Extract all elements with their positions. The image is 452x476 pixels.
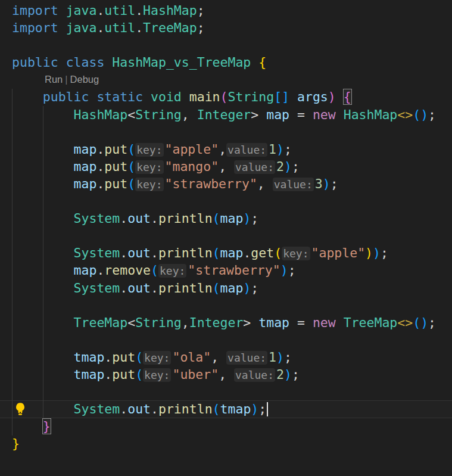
- code-line[interactable]: tmap.put(key:"uber", value:2);: [12, 366, 436, 383]
- code-line[interactable]: import java.util.TreeMap;: [12, 19, 436, 36]
- code-token: (: [135, 350, 143, 365]
- code-token: (: [127, 176, 135, 191]
- codelens-debug-link[interactable]: Debug: [70, 74, 99, 85]
- code-token: new: [313, 107, 336, 122]
- code-token: map: [220, 211, 244, 226]
- code-token: args: [297, 89, 328, 104]
- code-token: (: [127, 159, 135, 174]
- code-token: 1: [269, 350, 276, 365]
- code-token: [89, 89, 96, 104]
- code-token: map: [74, 263, 97, 278]
- code-token: out: [127, 281, 151, 295]
- code-token: System: [74, 211, 120, 226]
- code-token: ;: [288, 263, 296, 278]
- code-token: [251, 55, 258, 70]
- code-token: ;: [258, 402, 266, 416]
- code-token: .: [135, 20, 143, 35]
- code-line[interactable]: public static void main(String[] args) {: [12, 88, 436, 105]
- code-line[interactable]: import java.util.HashMap;: [12, 2, 436, 19]
- code-token: (: [213, 211, 220, 226]
- code-lines[interactable]: import java.util.HashMap;import java.uti…: [12, 2, 436, 452]
- code-token: remove: [104, 263, 151, 278]
- code-line[interactable]: map.remove(key:"strawberry");: [12, 262, 436, 279]
- code-line[interactable]: map.put(key:"apple",value:1);: [12, 141, 436, 158]
- code-line[interactable]: }: [12, 418, 436, 435]
- code-token: 3: [315, 176, 323, 191]
- code-token: new: [313, 315, 336, 330]
- code-token: map: [74, 176, 97, 191]
- code-line[interactable]: System.out.println(map);: [12, 210, 436, 227]
- code-line[interactable]: map.put(key:"strawberry", value:3);: [12, 175, 436, 192]
- code-token: tmap: [258, 315, 289, 330]
- code-token: ;: [381, 245, 388, 260]
- code-token: ): [284, 159, 292, 174]
- code-token: java: [66, 3, 97, 18]
- code-line[interactable]: [12, 297, 436, 314]
- code-token: "strawberry": [165, 176, 257, 191]
- code-line[interactable]: System.out.println(tmap);: [12, 400, 436, 418]
- code-token: [104, 55, 112, 70]
- code-line[interactable]: TreeMap<String,Integer> tmap = new TreeM…: [12, 314, 436, 331]
- code-token: .: [104, 350, 112, 365]
- code-token: ): [251, 402, 258, 416]
- code-token: put: [104, 142, 127, 157]
- code-token: ;: [428, 107, 436, 122]
- code-token: ;: [331, 176, 338, 191]
- codelens-line: Run|Debug: [12, 71, 436, 88]
- code-token: .: [151, 211, 158, 226]
- code-line[interactable]: System.out.println(map);: [12, 279, 436, 297]
- code-token: class: [66, 55, 105, 70]
- code-token: (: [127, 142, 135, 157]
- code-token: tmap: [220, 402, 251, 416]
- code-token: Integer: [197, 107, 251, 122]
- code-line[interactable]: [12, 227, 436, 244]
- code-token: .: [151, 245, 158, 260]
- code-token: }: [12, 436, 20, 451]
- code-token: TreeMap: [74, 315, 128, 330]
- code-line[interactable]: [12, 331, 436, 349]
- code-token: ;: [251, 281, 258, 295]
- code-token: Integer: [189, 315, 244, 330]
- code-token: (): [413, 107, 428, 122]
- code-line[interactable]: [12, 192, 436, 210]
- code-token: String: [135, 107, 182, 122]
- code-token: put: [112, 350, 135, 365]
- code-line[interactable]: map.put(key:"mango", value:2);: [12, 158, 436, 175]
- code-line[interactable]: [12, 36, 436, 54]
- code-token: [336, 315, 344, 330]
- text-cursor: [267, 402, 268, 416]
- code-token: [58, 20, 66, 35]
- code-token: .: [96, 142, 104, 157]
- code-line[interactable]: [12, 383, 436, 400]
- code-token: ,: [182, 107, 197, 122]
- code-token: TreeMap: [344, 315, 398, 330]
- lightbulb-quick-fix-icon[interactable]: [14, 402, 26, 420]
- inlay-hint: key:: [143, 351, 171, 365]
- codelens-run-link[interactable]: Run: [45, 74, 63, 85]
- code-line[interactable]: public class HashMap_vs_TreeMap {: [12, 54, 436, 71]
- code-token: put: [104, 159, 127, 174]
- code-token: ): [365, 245, 373, 260]
- code-token: import: [12, 3, 58, 18]
- code-line[interactable]: }: [12, 435, 436, 452]
- code-line[interactable]: System.out.println(map.get(key:"apple"))…: [12, 244, 436, 262]
- code-line[interactable]: tmap.put(key:"ola", value:1);: [12, 349, 436, 366]
- code-editor[interactable]: import java.util.HashMap;import java.uti…: [0, 0, 452, 476]
- inlay-hint: value:: [273, 178, 314, 191]
- code-token: (: [213, 402, 220, 416]
- code-line[interactable]: HashMap<String, Integer> map = new HashM…: [12, 106, 436, 123]
- code-token: main: [189, 89, 220, 104]
- code-token: HashMap: [344, 107, 398, 122]
- inlay-hint: key:: [282, 247, 310, 260]
- code-token: (: [135, 367, 143, 382]
- inlay-hint: value:: [226, 143, 267, 157]
- code-token: ): [243, 211, 251, 226]
- code-token: {: [258, 55, 266, 70]
- code-token: put: [104, 176, 127, 191]
- code-token: >: [243, 315, 251, 330]
- code-token: ,: [219, 367, 234, 382]
- code-token: .: [104, 367, 112, 382]
- code-token: HashMap_vs_TreeMap: [112, 55, 251, 70]
- code-line[interactable]: [12, 123, 436, 141]
- code-token: (): [413, 315, 428, 330]
